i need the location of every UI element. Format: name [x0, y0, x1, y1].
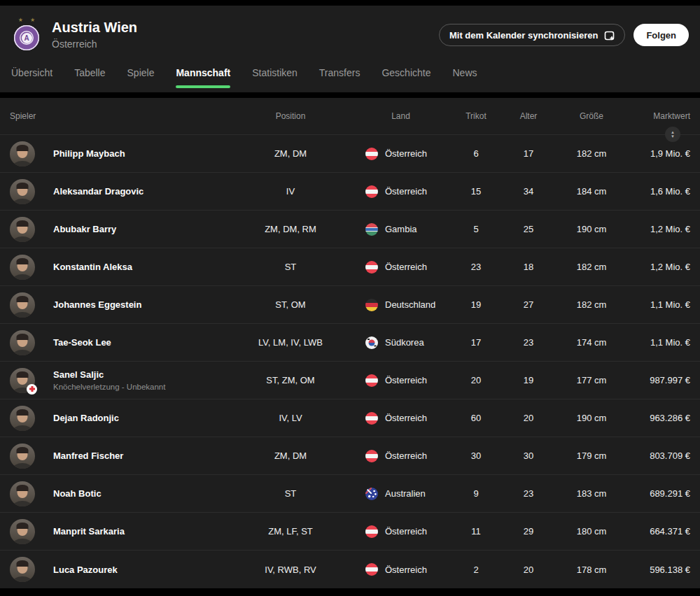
tab-label: Statistiken [252, 67, 298, 78]
player-height: 184 cm [556, 186, 626, 197]
player-height: 174 cm [556, 337, 626, 348]
austria-flag [365, 525, 378, 538]
player-avatar [10, 255, 35, 280]
tab-label: Tabelle [74, 67, 105, 78]
tab-news[interactable]: News [452, 67, 477, 92]
player-market-value: 1,6 Mio. € [626, 186, 690, 197]
player-avatar [10, 406, 35, 431]
player-country: Österreich [385, 148, 427, 159]
column-header-land: Land [350, 111, 451, 121]
player-position: ZM, DM, RM [231, 224, 350, 234]
player-row[interactable]: Johannes Eggestein ST, OM Deutschland 19… [0, 286, 700, 324]
player-position: ST [231, 488, 350, 499]
club-country-subtitle: Österreich [52, 38, 137, 50]
club-crest-icon: A [14, 25, 39, 50]
player-row[interactable]: Konstantin Aleksa ST Österreich 23 18 18… [0, 248, 700, 286]
tab-label: Spiele [127, 67, 155, 78]
player-market-value: 1,1 Mio. € [626, 299, 690, 310]
player-age: 19 [500, 375, 556, 385]
player-market-value: 987.997 € [626, 375, 690, 385]
player-name: Noah Botic [53, 488, 231, 499]
player-row[interactable]: Manprit Sarkaria ZM, LF, ST Österreich 1… [0, 513, 700, 551]
player-row[interactable]: Manfred Fischer ZM, DM Österreich 30 30 … [0, 437, 700, 475]
player-position: IV, LV [231, 413, 350, 423]
player-photo-icon [10, 255, 35, 280]
austria-flag [365, 450, 378, 462]
player-shirt-number: 17 [451, 337, 500, 348]
player-market-value: 1,9 Mio. € [626, 148, 690, 159]
player-avatar [10, 444, 35, 469]
player-market-value: 1,2 Mio. € [626, 224, 690, 234]
player-age: 34 [500, 186, 556, 197]
player-avatar [10, 330, 35, 355]
player-height: 183 cm [556, 488, 626, 499]
player-row[interactable]: Philipp Maybach ZM, DM Österreich 6 17 1… [0, 135, 700, 173]
tab-übersicht[interactable]: Übersicht [11, 67, 52, 92]
player-name: Konstantin Aleksa [53, 262, 231, 272]
player-position: ZM, LF, ST [231, 526, 350, 537]
tab-spiele[interactable]: Spiele [127, 67, 155, 92]
player-height: 190 cm [556, 413, 626, 423]
player-row[interactable]: Dejan Radonjic IV, LV Österreich 60 20 1… [0, 399, 700, 437]
austria-flag [365, 374, 378, 387]
tab-transfers[interactable]: Transfers [319, 67, 360, 92]
gambia-flag [365, 223, 378, 236]
player-row[interactable]: Luca Pazourek IV, RWB, RV Österreich 2 2… [0, 551, 700, 588]
column-header-spieler: Spieler [10, 111, 231, 121]
follow-button[interactable]: Folgen [634, 24, 689, 46]
sort-arrows-icon[interactable]: ▲▼ [665, 127, 680, 142]
player-height: 177 cm [556, 375, 626, 385]
injury-cross-icon [27, 384, 37, 395]
tab-statistiken[interactable]: Statistiken [252, 67, 298, 92]
tab-bar: ÜbersichtTabelleSpieleMannschaftStatisti… [0, 67, 700, 92]
player-market-value: 803.709 € [626, 450, 690, 461]
player-age: 23 [500, 337, 556, 348]
player-avatar [10, 292, 35, 318]
crest-letter: A [22, 33, 32, 43]
player-country: Österreich [385, 262, 427, 272]
player-country-cell: Österreich [350, 412, 451, 425]
austria-flag [365, 148, 378, 160]
austria-flag [365, 261, 378, 274]
player-age: 30 [500, 450, 556, 461]
player-row[interactable]: Sanel Saljic Knöchelverletzung - Unbekan… [0, 362, 700, 399]
player-position: ST, OM [231, 299, 350, 310]
player-country: Österreich [385, 526, 427, 537]
tab-tabelle[interactable]: Tabelle [74, 67, 105, 92]
player-position: ST [231, 262, 350, 272]
player-photo-icon [10, 444, 35, 469]
tab-mannschaft[interactable]: Mannschaft [176, 67, 230, 92]
player-row[interactable]: Aleksandar Dragovic IV Österreich 15 34 … [0, 173, 700, 211]
club-logo: ★ ★ A [11, 17, 42, 50]
player-row[interactable]: Abubakr Barry ZM, DM, RM Gambia 5 25 190… [0, 211, 700, 248]
player-photo-icon [10, 481, 35, 506]
player-photo-icon [10, 141, 35, 166]
player-country: Deutschland [385, 299, 435, 310]
player-shirt-number: 15 [451, 186, 500, 197]
player-country-cell: Gambia [350, 223, 451, 236]
column-header-alter: Alter [500, 111, 556, 121]
australia-flag [365, 488, 378, 500]
player-name: Sanel Saljic [53, 369, 231, 380]
player-photo-icon [10, 292, 35, 318]
player-avatar [10, 557, 35, 582]
tab-geschichte[interactable]: Geschichte [382, 67, 430, 92]
player-age: 23 [500, 488, 556, 499]
south-korea-flag [365, 336, 378, 349]
column-header-trikot: Trikot [451, 111, 500, 121]
player-country-cell: Österreich [350, 185, 451, 198]
calendar-sync-button[interactable]: Mit dem Kalender synchronisieren [439, 24, 625, 46]
player-row[interactable]: Tae-Seok Lee LV, LM, IV, LWB Südkorea 17… [0, 324, 700, 362]
player-height: 182 cm [556, 299, 626, 310]
player-height: 178 cm [556, 565, 626, 575]
player-photo-icon [10, 406, 35, 431]
calendar-sync-label: Mit dem Kalender synchronisieren [449, 30, 598, 41]
logo-stars-icon: ★ ★ [15, 17, 38, 24]
player-country-cell: Australien [350, 488, 451, 500]
player-position: ZM, DM [231, 450, 350, 461]
player-name: Dejan Radonjic [53, 413, 231, 423]
player-photo-icon [10, 179, 35, 204]
player-country: Südkorea [385, 337, 424, 348]
tab-label: Übersicht [11, 67, 52, 78]
player-row[interactable]: Noah Botic ST Australien 9 23 183 cm 689… [0, 475, 700, 513]
